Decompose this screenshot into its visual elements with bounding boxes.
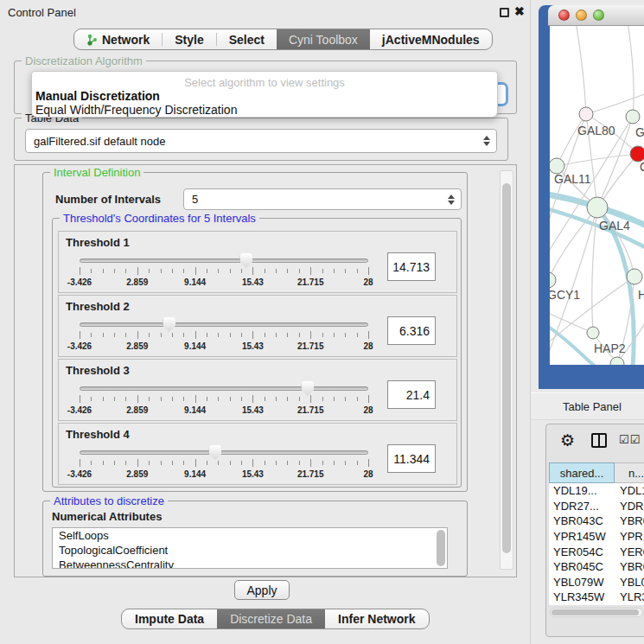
slider-track[interactable] (80, 450, 368, 455)
slider-ticks (80, 267, 368, 276)
slider-thumb[interactable] (208, 445, 221, 460)
network-node[interactable] (626, 110, 640, 124)
column-header-name[interactable]: n... (615, 462, 644, 483)
network-edge[interactable] (550, 207, 597, 363)
tick-label: 2.859 (126, 341, 148, 351)
popup-option-equal-width-frequency[interactable]: Equal Width/Frequency Discretization (35, 103, 237, 117)
network-edge[interactable] (557, 114, 586, 166)
table-row[interactable]: YPR145WYPR1 (549, 529, 644, 545)
tab-label: Infer Network (338, 612, 415, 626)
threshold-2-title: Threshold 2 (66, 300, 130, 313)
minimize-traffic-light-icon[interactable] (576, 10, 587, 21)
threshold-3-value-field[interactable]: 21.4 (387, 380, 436, 409)
tab-network[interactable]: Network (74, 29, 162, 49)
network-node[interactable] (550, 272, 556, 288)
tick-mark (334, 333, 335, 337)
node-label: GAL80 (577, 124, 615, 137)
column-header-shared-name[interactable]: shared... (549, 462, 615, 483)
apply-button[interactable]: Apply (234, 580, 290, 600)
number-of-intervals-combobox[interactable]: 5 (183, 188, 462, 210)
table-cell: YER0 (615, 545, 644, 558)
threshold-1-slider[interactable]: -3.4262.8599.14415.4321.71528 (80, 252, 368, 290)
tick-mark (334, 397, 335, 401)
slider-thumb[interactable] (239, 253, 252, 268)
network-canvas[interactable]: GAL80GACGAL11GAL4GCY1HHAP2 (550, 26, 644, 365)
table-horizontal-scrollbar[interactable] (550, 608, 643, 617)
float-window-icon[interactable] (500, 8, 509, 17)
slider-tick-labels: -3.4262.8599.14415.4321.71528 (80, 277, 368, 288)
algorithm-dropdown-popup: Select algorithm to view settings Manual… (31, 71, 498, 118)
table-cell: YBR0 (615, 560, 644, 573)
tab-select[interactable]: Select (217, 29, 277, 49)
zoom-traffic-light-icon[interactable] (593, 10, 604, 21)
tab-label: Cyni Toolbox (289, 33, 358, 47)
tick-label: -3.426 (67, 341, 92, 351)
tab-jactivemnodules[interactable]: jActiveMNodules (370, 29, 492, 49)
tick-mark (357, 461, 358, 465)
table-row[interactable]: YER054CYER0 (549, 544, 644, 559)
slider-thumb[interactable] (301, 381, 314, 396)
attribute-list-scrollbar[interactable] (437, 530, 445, 566)
discretization-algorithm-label: Discretization Algorithm (22, 54, 146, 67)
attribute-item[interactable]: BetweennessCentrality (53, 558, 447, 569)
network-edge[interactable] (628, 26, 634, 117)
columns-icon[interactable] (591, 433, 607, 448)
tick-mark (322, 269, 323, 273)
table-data-combobox[interactable]: galFiltered.sif default node (25, 129, 497, 153)
tick-mark (183, 397, 184, 401)
slider-track[interactable] (80, 386, 368, 391)
slider-thumb[interactable] (163, 317, 175, 332)
attribute-item[interactable]: TopologicalCoefficient (53, 543, 447, 558)
tab-cyni-toolbox[interactable]: Cyni Toolbox (277, 29, 370, 49)
table-row[interactable]: YBR045CYBR0 (549, 559, 644, 575)
threshold-3-slider[interactable]: -3.4262.8599.14415.4321.71528 (80, 380, 368, 418)
threshold-1-value-field[interactable]: 14.713 (387, 252, 436, 281)
tick-mark (345, 461, 346, 465)
network-node[interactable] (587, 197, 608, 218)
table-row[interactable]: YDR27...YDR2 (549, 499, 644, 514)
table-row[interactable]: YDL19...YDL1 (549, 483, 644, 499)
close-traffic-light-icon[interactable] (558, 10, 570, 21)
tick-mark (218, 269, 219, 273)
tab-discretize-data[interactable]: Discretize Data (217, 609, 325, 628)
attribute-item[interactable]: SelfLoops (53, 528, 447, 543)
network-view-window: GAL80GACGAL11GAL4GCY1HHAP2 (539, 5, 644, 389)
tab-style[interactable]: Style (163, 29, 215, 49)
network-edge[interactable] (576, 26, 586, 114)
attribute-list[interactable]: SelfLoopsTopologicalCoefficientBetweenne… (52, 527, 448, 569)
popup-option-manual-discretization[interactable]: Manual Discretization (35, 89, 160, 103)
slider-track[interactable] (80, 322, 368, 327)
tick-mark (322, 333, 323, 337)
table-row[interactable]: YBL079WYBL0 (549, 575, 644, 590)
table-row[interactable]: YLR345WYLR3 (549, 590, 644, 605)
right-panel: GAL80GACGAL11GAL4GCY1HHAP2 Table Panel ⚙… (530, 0, 644, 644)
threshold-4-slider[interactable]: -3.4262.8599.14415.4321.71528 (80, 444, 368, 482)
network-node[interactable] (579, 107, 593, 121)
threshold-4-value-field[interactable]: 11.344 (387, 444, 436, 473)
tick-mark (103, 397, 104, 401)
threshold-2-slider[interactable]: -3.4262.8599.14415.4321.71528 (80, 316, 368, 354)
network-node[interactable] (627, 269, 642, 284)
threshold-2-value-field[interactable]: 6.316 (387, 316, 436, 345)
tick-mark (230, 333, 231, 337)
node-label: GA (635, 125, 644, 139)
slider-track[interactable] (80, 258, 368, 263)
tab-impute-data[interactable]: Impute Data (122, 609, 217, 628)
tick-mark (172, 461, 173, 465)
network-edge[interactable] (550, 311, 593, 333)
table-row[interactable]: YBR043CYBR0 (549, 513, 644, 529)
settings-vertical-scrollbar[interactable] (500, 170, 513, 570)
tab-infer-network[interactable]: Infer Network (325, 609, 428, 628)
tick-label: -3.426 (67, 469, 92, 479)
close-icon[interactable]: ✖ (514, 4, 525, 18)
tick-mark (161, 333, 162, 337)
bottom-tab-bar: Impute Data Discretize Data Infer Networ… (121, 609, 430, 629)
scrollbar-thumb[interactable] (502, 183, 511, 553)
tick-mark (114, 461, 115, 465)
tick-mark (91, 397, 92, 401)
network-node[interactable] (587, 327, 599, 339)
gear-icon[interactable]: ⚙ (560, 430, 575, 450)
select-columns-checkboxes-icon[interactable]: ☑☑ (619, 433, 641, 446)
scrollbar-thumb[interactable] (552, 609, 639, 615)
network-node[interactable] (610, 357, 624, 365)
